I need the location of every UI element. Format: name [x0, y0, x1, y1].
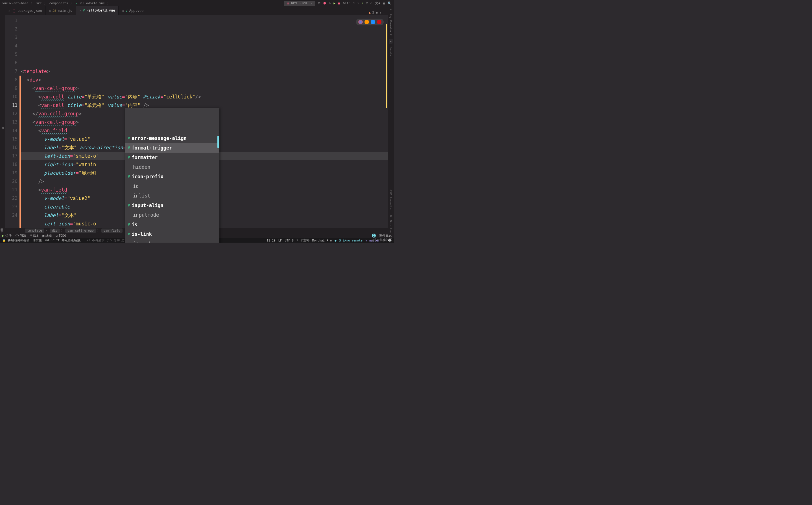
close-icon[interactable]: ✕	[122, 9, 124, 13]
close-icon[interactable]: ✕	[79, 9, 81, 12]
line-number: 5	[5, 50, 17, 59]
watermark: @掘金技术社区	[372, 238, 392, 242]
autocomplete-item[interactable]: Vis	[125, 220, 219, 229]
autocomplete-item[interactable]: Vformat-trigger	[125, 143, 219, 153]
run-panel-button[interactable]: ▶运行	[2, 233, 12, 238]
crumb-template[interactable]: template	[25, 228, 44, 233]
code-line[interactable]: <div>	[21, 75, 388, 84]
autocomplete-item[interactable]: inlist	[125, 191, 219, 201]
autocomplete-item[interactable]: Vformatter	[125, 153, 219, 162]
codota-tool[interactable]: Codota	[389, 47, 392, 56]
code-line[interactable]: <van-cell title="单元格" value="内容" @click=…	[21, 93, 388, 101]
line-number: 8	[5, 75, 17, 84]
code-editor[interactable]: 123456789101112131415161718192021222324 …	[5, 15, 388, 228]
json-formatter-tool[interactable]: JSON Formatter	[389, 189, 392, 211]
autocomplete-item[interactable]: id	[125, 181, 219, 191]
safari-icon[interactable]	[371, 20, 375, 24]
inspection-widget[interactable]: ▲ 3 ◉ ↑ ↓	[369, 8, 385, 17]
dismiss-hint[interactable]: // 不再显示 (15 分钟 之前)	[87, 238, 129, 242]
grid-icon[interactable]: ⊞	[390, 8, 391, 11]
file-encoding[interactable]: UTF-8	[285, 239, 294, 242]
autocomplete-item[interactable]: Vicon-prefix	[125, 172, 219, 181]
event-log-button[interactable]: 事件日志	[379, 233, 392, 238]
color-scheme[interactable]: Monokai Pro	[312, 239, 332, 242]
autocomplete-item[interactable]: Vinput-align	[125, 201, 219, 210]
autocomplete-item[interactable]: Vis-link	[125, 229, 219, 239]
terminal-button[interactable]: ▣终端	[43, 233, 52, 238]
debug-icon[interactable]: ⊙	[329, 1, 331, 5]
translate-icon[interactable]: 文A	[375, 1, 380, 5]
tab-label: App.vue	[129, 9, 144, 13]
tab-main-js[interactable]: ✕ JS main.js	[46, 6, 76, 15]
autocomplete-item[interactable]: Verror-message-align	[125, 134, 219, 143]
reload-icon[interactable]: ⟳	[318, 1, 320, 5]
breadcrumb-components[interactable]: components	[49, 1, 68, 5]
play-icon[interactable]: ▶	[333, 1, 335, 5]
chevron-right-icon: 〉	[45, 228, 48, 233]
up-arrow-icon[interactable]: ↑	[380, 8, 381, 17]
code-line[interactable]: <template>	[21, 67, 388, 75]
line-separator[interactable]: LF	[278, 239, 282, 242]
eye-icon[interactable]: ◉	[376, 8, 378, 17]
git-commit-icon[interactable]: ➤	[358, 1, 360, 5]
code-content[interactable]: ▲ 3 ◉ ↑ ↓ <template> <div> <van-cell-gro…	[21, 15, 388, 228]
line-number: 15	[5, 135, 17, 143]
warning-count: 3	[372, 8, 374, 17]
crumb-div[interactable]: div	[50, 228, 60, 233]
warning-icon: ▲	[369, 8, 371, 17]
breadcrumb-path[interactable]: vue3-vant-base 〉 src 〉 components 〉 V He…	[2, 1, 111, 5]
vue-file-icon: V	[83, 9, 85, 12]
crumb-van-field[interactable]: van-field	[101, 228, 123, 233]
chrome-icon[interactable]	[358, 20, 363, 24]
git-history-icon[interactable]: ⟲	[366, 1, 368, 5]
json-file-icon: {}	[12, 9, 16, 13]
opera-icon[interactable]	[377, 20, 381, 24]
book-icon[interactable]: ▤	[390, 214, 391, 217]
autocomplete-item[interactable]: inputmode	[125, 210, 219, 220]
down-arrow-icon[interactable]: ↓	[383, 8, 385, 17]
search-icon[interactable]: 🔍	[388, 1, 392, 5]
vue-icon: V	[128, 220, 130, 229]
git-branch-icon[interactable]: ⑂	[353, 1, 355, 5]
codota-icon[interactable]: ◆	[389, 39, 392, 43]
word-book-tool[interactable]: Word Book	[389, 220, 392, 234]
popup-scrollbar[interactable]	[218, 136, 219, 148]
event-count-badge[interactable]: 2	[372, 233, 376, 237]
stop-square-icon[interactable]: ■	[338, 1, 340, 5]
firefox-icon[interactable]	[365, 20, 369, 24]
breadcrumb-file[interactable]: HelloWorld.vue	[79, 1, 105, 5]
breadcrumb-project[interactable]: vue3-vant-base	[2, 1, 28, 5]
codota-status[interactable]: 5 ∆/no remote	[340, 239, 363, 242]
close-icon[interactable]: ✕	[8, 9, 10, 13]
git-revert-icon[interactable]: ↺	[371, 1, 372, 5]
tab-package-json[interactable]: ✕ {} package.json	[5, 6, 46, 15]
autocomplete-item[interactable]: itemid	[125, 239, 219, 242]
crumb-van-cell-group[interactable]: van-cell-group	[65, 228, 96, 233]
todo-button[interactable]: ☑TODO	[55, 234, 66, 237]
breadcrumb-src[interactable]: src	[36, 1, 42, 5]
close-icon[interactable]: ✕	[49, 9, 51, 13]
line-number: 24	[5, 211, 17, 219]
screenshot-icon[interactable]: ▣	[383, 1, 385, 5]
line-number: 13	[5, 118, 17, 126]
autocomplete-item[interactable]: hidden	[125, 162, 219, 172]
git-panel-button[interactable]: ⑂Git	[30, 234, 39, 237]
tab-app-vue[interactable]: ✕ V App.vue	[119, 6, 147, 15]
right-tool-rail: ⊞ Key Promoter X ◆ Codota JSON Formatter…	[388, 6, 394, 234]
key-promoter-tool[interactable]: Key Promoter X	[389, 14, 392, 35]
run-configuration-selector[interactable]: ▮ NPM SERVE ▾	[284, 1, 315, 6]
git-push-icon[interactable]: ⬈	[362, 1, 364, 5]
line-number: 1	[5, 16, 17, 25]
git-label: Git:	[343, 1, 351, 5]
chevron-right-icon: 〉	[31, 1, 34, 5]
lock-icon[interactable]: 🔒	[2, 239, 6, 242]
tab-helloworld-vue[interactable]: ✕ V HelloWorld.vue	[76, 6, 119, 15]
terminal-icon: ▣	[43, 234, 44, 237]
cursor-position[interactable]: 11:29	[267, 239, 276, 242]
problems-button[interactable]: ⓘ问题	[15, 233, 26, 238]
bug-icon[interactable]: ⬢	[323, 1, 326, 5]
indent-settings[interactable]: 2 个空格	[296, 238, 309, 242]
npm-tool[interactable]: npm	[1, 228, 3, 232]
tab-label: main.js	[58, 9, 72, 13]
code-line[interactable]: <van-cell-group>	[21, 84, 388, 93]
